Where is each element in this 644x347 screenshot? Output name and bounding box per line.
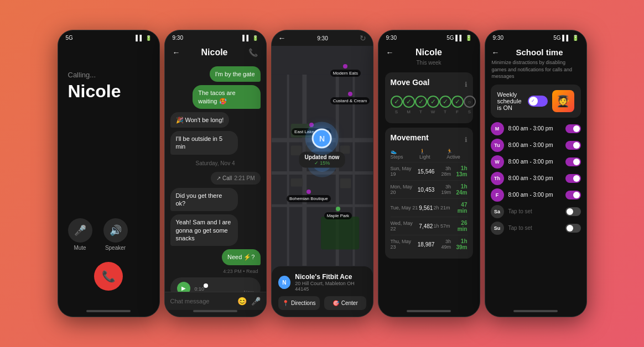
center-button[interactable]: 🎯 Center: [324, 296, 366, 310]
movement-section: Movement ℹ 👟 Steps 🚶 Light 🏃 Active Sun,…: [385, 128, 473, 259]
schedule-row-th[interactable]: Th 8:00 am - 3:00 pm: [491, 172, 581, 185]
back-button-4[interactable]: ←: [386, 48, 394, 57]
svg-rect-8: [321, 217, 359, 249]
day-circle-f: ✓ F: [451, 96, 464, 114]
speaker-control[interactable]: 🔊 Speaker: [103, 218, 128, 251]
circle-m: ✓: [403, 96, 415, 108]
weekly-toggle-row: Weekly schedule is ON ✓ 🧑‍🎓: [491, 85, 581, 118]
toggle-w[interactable]: [565, 157, 581, 166]
speaker-icon: 🔊: [103, 218, 128, 243]
schedule-time-sa: Tap to set: [508, 208, 561, 214]
home-bar-1: [86, 310, 131, 312]
status-time-5: 9:30: [493, 35, 503, 41]
phone-calling: 5G ▌▌ 🔋 Calling... Nicole 🎤 Mute 🔊 Speak…: [58, 30, 160, 317]
toggle-f[interactable]: [565, 191, 581, 199]
day-circle-t1: ✓ T: [415, 96, 427, 114]
schedule-time-w: 8:00 am - 3:00 pm: [508, 159, 561, 165]
schedule-row-m[interactable]: M 8:00 am - 3:00 pm: [491, 122, 581, 135]
signal-4: 5G ▌▌: [446, 35, 463, 41]
map-header: ← 9:30 ↻: [272, 30, 373, 46]
circle-t1: ✓: [415, 96, 427, 108]
battery-4: 🔋: [465, 35, 472, 41]
knob-th: [573, 175, 580, 182]
message-in-1: 🎉 Won't be long!: [170, 112, 230, 128]
toggle-th[interactable]: [565, 174, 581, 183]
day-badge-f: F: [491, 188, 504, 202]
day-circle-s1: ✓ S: [391, 96, 403, 114]
school-header: ← School time: [485, 43, 586, 59]
mute-control[interactable]: 🎤 Mute: [68, 218, 92, 251]
map-status-time: 9:30: [317, 35, 328, 41]
toggle-tu[interactable]: [565, 141, 581, 150]
toggle-sa[interactable]: [565, 207, 581, 216]
center-label: Center: [341, 300, 358, 306]
schedule-row-sa[interactable]: Sa Tap to set: [491, 205, 581, 218]
schedule-row-tu[interactable]: Tu 8:00 am - 3:00 pm: [491, 139, 581, 152]
audio-message[interactable]: ▶ 0:10 Now: [170, 277, 261, 292]
fitbit-name: Nicole's Fitbit Ace: [295, 273, 366, 281]
center-icon: 🎯: [333, 300, 339, 306]
date-divider: Saturday, Nov 4: [170, 160, 261, 166]
fitbit-card: N Nicole's Fitbit Ace 20 Hill Court, Mab…: [272, 266, 373, 317]
call-controls: 🎤 Mute 🔊 Speaker: [68, 218, 149, 251]
circle-t2: ✓: [439, 96, 451, 108]
chat-title: Nicole: [201, 48, 227, 57]
day-badge-th: Th: [491, 172, 504, 185]
circle-f: ✓: [451, 96, 464, 108]
pin-label-4: Bohemian Boutique: [287, 195, 331, 202]
refresh-icon[interactable]: ↻: [360, 34, 366, 43]
pin-boutique: Bohemian Boutique: [287, 190, 331, 202]
weekly-toggle[interactable]: ✓: [528, 96, 548, 107]
message-out-1: I'm by the gate: [210, 66, 261, 82]
chat-input[interactable]: Chat message: [170, 298, 233, 304]
message-out-2: The tacos are waiting 🥵: [193, 85, 260, 109]
read-receipt: 4:23 PM • Read: [170, 269, 261, 274]
info-icon-2[interactable]: ℹ: [465, 136, 468, 144]
home-bar-4: [407, 310, 451, 312]
toggle-knob: ✓: [529, 97, 538, 106]
schedule-row-f[interactable]: F 8:00 am - 3:00 pm: [491, 188, 581, 202]
day-badge-tu: Tu: [491, 139, 504, 152]
phone-call-icon[interactable]: 📞: [248, 48, 258, 57]
back-button-2[interactable]: ←: [173, 48, 180, 57]
info-icon-1[interactable]: ℹ: [465, 81, 468, 88]
pin-label-5: Maple Park: [324, 212, 352, 219]
fitbit-avatar: N: [278, 276, 291, 289]
home-bar-5: [513, 310, 558, 312]
back-button-3[interactable]: ←: [278, 34, 286, 43]
pin-modern-eats: Modern Eats: [330, 64, 361, 77]
col-light: 🚶 Light: [419, 149, 435, 160]
pin-park: Maple Park: [324, 207, 352, 219]
battery-icon-1: 🔋: [146, 35, 152, 41]
status-bar-5: 9:30 5G ▌▌ 🔋: [485, 30, 586, 43]
schedule-row-w[interactable]: W 8:00 am - 3:00 pm: [491, 155, 581, 169]
stats-title: Nicole: [416, 48, 442, 57]
stats-header: ← Nicole: [378, 43, 480, 60]
status-bar-1: 5G ▌▌ 🔋: [58, 30, 159, 43]
toggle-m[interactable]: [565, 124, 581, 133]
move-goal-circles: ✓ S ✓ M ✓ T ✓ W: [391, 96, 468, 114]
toggle-su[interactable]: [565, 224, 581, 233]
play-button[interactable]: ▶: [177, 282, 190, 292]
emoji-icon[interactable]: 😊: [237, 297, 247, 306]
back-button-5[interactable]: ←: [492, 48, 500, 57]
accuracy-text: ✓ 15%: [314, 160, 330, 165]
school-avatar: 🧑‍🎓: [552, 90, 574, 112]
movement-title: Movement: [391, 133, 429, 142]
schedule-time-m: 8:00 am - 3:00 pm: [508, 125, 561, 132]
end-call-button[interactable]: 📞: [94, 262, 123, 291]
directions-button[interactable]: 📍 Directions: [278, 296, 320, 310]
pin-label-1: Modern Eats: [330, 70, 361, 77]
schedule-row-su[interactable]: Su Tap to set: [491, 222, 581, 235]
chat-messages: I'm by the gate The tacos are waiting 🥵 …: [165, 62, 266, 292]
call-record: ↗ Call2:21 PM: [211, 172, 260, 185]
day-circle-w: ✓ W: [427, 96, 439, 114]
message-in-3: Did you get there ok?: [170, 188, 238, 212]
message-out-3: Need ⚡?: [222, 249, 260, 265]
message-in-2: I'll be outside in 5 min: [170, 131, 238, 155]
mic-icon[interactable]: 🎤: [251, 297, 261, 306]
school-description: Minimize distractions by disabling games…: [485, 59, 586, 85]
mute-label: Mute: [74, 245, 86, 251]
knob-w: [573, 159, 580, 165]
day-circle-s2: ○ S: [464, 96, 476, 114]
